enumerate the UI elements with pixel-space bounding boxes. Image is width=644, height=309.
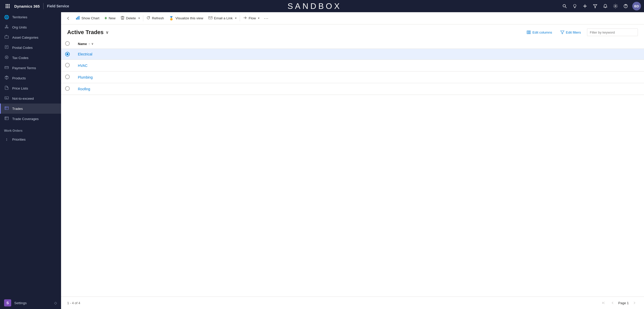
- email-dropdown-arrow: ▾: [235, 17, 237, 20]
- sidebar-item-tax-codes[interactable]: Tax Codes: [0, 53, 61, 63]
- new-button[interactable]: + New: [102, 14, 118, 22]
- record-link[interactable]: HVAC: [78, 64, 88, 68]
- svg-rect-48: [527, 31, 528, 34]
- svg-marker-51: [561, 31, 564, 34]
- table-row[interactable]: HVAC: [61, 60, 644, 71]
- settings-bottom-item[interactable]: S Settings ◇: [0, 297, 61, 309]
- next-page-button[interactable]: [631, 299, 638, 306]
- record-link[interactable]: Plumbing: [78, 75, 93, 79]
- edit-filters-button[interactable]: Edit filters: [558, 29, 583, 35]
- user-avatar[interactable]: BD: [632, 2, 641, 10]
- bell-icon[interactable]: [601, 2, 610, 11]
- sidebar-item-label: Price Lists: [12, 86, 28, 90]
- svg-rect-0: [6, 4, 7, 5]
- svg-rect-50: [529, 31, 531, 34]
- name-col-header: Name ↑ ∨: [74, 39, 644, 49]
- lightbulb-icon[interactable]: [570, 2, 579, 11]
- trades-table: Name ↑ ∨ Electrical: [61, 39, 644, 95]
- name-sort-dropdown[interactable]: ∨: [91, 42, 93, 46]
- table-row[interactable]: Roofing: [61, 83, 644, 95]
- org-units-icon: [4, 25, 9, 30]
- sidebar-item-org-units[interactable]: Org Units: [0, 22, 61, 32]
- sidebar-item-trades[interactable]: Trades: [0, 104, 61, 114]
- keyword-filter-input[interactable]: [587, 28, 638, 36]
- topbar-icons: BD: [560, 2, 641, 11]
- row-radio[interactable]: [65, 63, 70, 67]
- prev-page-button[interactable]: [609, 299, 616, 306]
- row-radio[interactable]: [65, 75, 70, 79]
- visualize-button[interactable]: 🏅 Visualize this view: [166, 14, 206, 22]
- payment-terms-icon: [4, 65, 9, 70]
- email-dropdown[interactable]: ▾: [235, 15, 239, 21]
- help-icon[interactable]: [621, 2, 630, 11]
- more-options-button[interactable]: ⋯: [262, 14, 270, 22]
- settings-icon[interactable]: [611, 2, 620, 11]
- svg-rect-47: [209, 17, 212, 19]
- sidebar-item-price-lists[interactable]: Price Lists: [0, 83, 61, 93]
- first-page-button[interactable]: [600, 299, 607, 306]
- sidebar-item-priorities[interactable]: ↕ Priorities: [0, 135, 61, 144]
- row-name-cell: Electrical: [74, 49, 644, 60]
- sidebar-item-label: Products: [12, 76, 26, 80]
- svg-point-16: [615, 6, 616, 7]
- back-button[interactable]: [64, 14, 72, 22]
- sidebar-item-label: Trades: [12, 107, 23, 111]
- row-select-cell: [61, 60, 74, 71]
- commandbar: Show Chart + New Delete ▾ Refresh: [61, 12, 644, 24]
- sidebar-item-territories[interactable]: 🌐 Territories: [0, 12, 61, 22]
- svg-rect-1: [7, 4, 8, 5]
- svg-rect-44: [76, 18, 77, 20]
- row-radio[interactable]: [65, 52, 70, 56]
- sidebar-item-label: Postal Codes: [12, 46, 33, 50]
- flow-icon: [243, 16, 247, 21]
- svg-rect-8: [9, 7, 10, 8]
- module-name[interactable]: Field Service: [47, 4, 69, 8]
- refresh-label: Refresh: [152, 16, 164, 20]
- flow-button[interactable]: Flow ▾: [240, 14, 262, 22]
- row-radio[interactable]: [65, 86, 70, 91]
- delete-icon: [121, 16, 124, 21]
- sidebar-item-asset-categories[interactable]: Asset Categories: [0, 32, 61, 42]
- table-row[interactable]: Plumbing: [61, 71, 644, 83]
- email-link-button[interactable]: Email a Link: [206, 14, 235, 22]
- brand-name[interactable]: Dynamics 365: [14, 4, 40, 8]
- refresh-button[interactable]: Refresh: [144, 14, 166, 22]
- filter-icon[interactable]: [591, 2, 600, 11]
- delete-button[interactable]: Delete: [118, 14, 138, 22]
- record-link[interactable]: Roofing: [78, 87, 90, 91]
- sidebar-item-not-to-exceed[interactable]: Not-to-exceed: [0, 93, 61, 104]
- sort-asc-icon[interactable]: ↑: [88, 42, 90, 46]
- row-select-cell: [61, 49, 74, 60]
- show-chart-button[interactable]: Show Chart: [73, 14, 102, 22]
- row-name-cell: Plumbing: [74, 71, 644, 83]
- sidebar-item-trade-coverages[interactable]: Trade Coverages: [0, 114, 61, 124]
- email-link-label: Email a Link: [214, 16, 233, 20]
- edit-filters-label: Edit filters: [566, 31, 581, 34]
- visualize-label: Visualize this view: [175, 16, 203, 20]
- svg-rect-46: [79, 16, 79, 20]
- svg-rect-25: [5, 46, 8, 49]
- view-title: Active Trades: [67, 29, 104, 36]
- pagination: Page 1: [600, 299, 638, 306]
- sidebar-item-label: Territories: [12, 15, 27, 19]
- tax-codes-icon: [4, 55, 9, 60]
- delete-dropdown-arrow: ▾: [138, 17, 140, 20]
- grid-menu-icon[interactable]: [3, 2, 12, 11]
- refresh-icon: [146, 16, 150, 21]
- edit-columns-button[interactable]: Edit columns: [525, 29, 554, 35]
- record-count: 1 - 4 of 4: [67, 301, 80, 305]
- sidebar-item-payment-terms[interactable]: Payment Terms: [0, 63, 61, 73]
- sidebar-item-products[interactable]: Products: [0, 73, 61, 83]
- sidebar-item-postal-codes[interactable]: Postal Codes: [0, 42, 61, 53]
- search-icon[interactable]: [560, 2, 569, 11]
- select-all-checkbox[interactable]: [65, 41, 70, 46]
- delete-dropdown[interactable]: ▾: [138, 15, 142, 21]
- add-icon[interactable]: [580, 2, 590, 11]
- products-icon: [4, 76, 9, 81]
- svg-line-10: [565, 7, 567, 8]
- table-row[interactable]: Electrical: [61, 49, 644, 60]
- not-to-exceed-icon: [4, 96, 9, 101]
- view-title-container[interactable]: Active Trades ∨: [67, 29, 109, 36]
- new-icon: +: [105, 16, 107, 21]
- record-link[interactable]: Electrical: [78, 52, 92, 56]
